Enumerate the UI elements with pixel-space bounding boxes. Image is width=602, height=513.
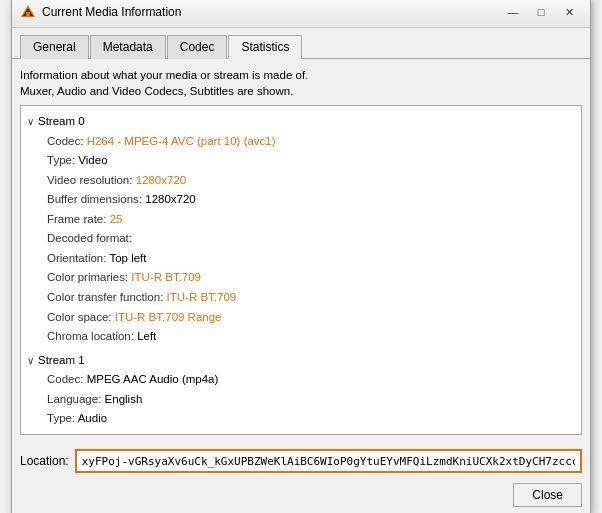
window-close-button[interactable]: ✕ bbox=[556, 2, 582, 22]
stream-0-arrow: ∨ bbox=[27, 113, 34, 130]
stream-box: ∨ Stream 0 Codec: H264 - MPEG-4 AVC (par… bbox=[20, 105, 582, 435]
tab-codec[interactable]: Codec bbox=[167, 35, 228, 59]
description: Information about what your media or str… bbox=[20, 67, 582, 99]
location-input[interactable] bbox=[75, 449, 582, 473]
close-button[interactable]: Close bbox=[513, 483, 582, 507]
stream-0-color-transfer: Color transfer function: ITU-R BT.709 bbox=[47, 288, 575, 308]
title-bar-left: Current Media Information bbox=[20, 4, 181, 20]
stream-0-color-primaries: Color primaries: ITU-R BT.709 bbox=[47, 268, 575, 288]
location-label: Location: bbox=[20, 454, 69, 468]
title-bar: Current Media Information — □ ✕ bbox=[12, 0, 590, 28]
stream-1-type: Type: Audio bbox=[47, 409, 575, 429]
minimize-button[interactable]: — bbox=[500, 2, 526, 22]
tab-statistics[interactable]: Statistics bbox=[228, 35, 302, 59]
stream-0-header: ∨ Stream 0 bbox=[27, 112, 575, 132]
window: Current Media Information — □ ✕ General … bbox=[11, 0, 591, 513]
window-title: Current Media Information bbox=[42, 5, 181, 19]
stream-1-header: ∨ Stream 1 bbox=[27, 351, 575, 371]
stream-1-content: Codec: MPEG AAC Audio (mp4a) Language: E… bbox=[27, 370, 575, 435]
stream-0-decoded: Decoded format: bbox=[47, 229, 575, 249]
stream-1-label: Stream 1 bbox=[38, 351, 85, 371]
stream-1-arrow: ∨ bbox=[27, 352, 34, 369]
stream-0-type: Type: Video bbox=[47, 151, 575, 171]
stream-1-language: Language: English bbox=[47, 390, 575, 410]
maximize-button[interactable]: □ bbox=[528, 2, 554, 22]
stream-1-channels: Channels: Stereo bbox=[47, 429, 575, 435]
stream-0-buffer: Buffer dimensions: 1280x720 bbox=[47, 190, 575, 210]
description-line1: Information about what your media or str… bbox=[20, 67, 582, 83]
vlc-icon bbox=[20, 4, 36, 20]
location-row: Location: bbox=[12, 443, 590, 479]
svg-rect-2 bbox=[26, 12, 30, 16]
stream-1-codec: Codec: MPEG AAC Audio (mp4a) bbox=[47, 370, 575, 390]
stream-0-orientation: Orientation: Top left bbox=[47, 249, 575, 269]
stream-0-content: Codec: H264 - MPEG-4 AVC (part 10) (avc1… bbox=[27, 132, 575, 347]
content-area: Information about what your media or str… bbox=[12, 59, 590, 443]
description-line2: Muxer, Audio and Video Codecs, Subtitles… bbox=[20, 83, 582, 99]
stream-0-codec: Codec: H264 - MPEG-4 AVC (part 10) (avc1… bbox=[47, 132, 575, 152]
title-controls: — □ ✕ bbox=[500, 2, 582, 22]
tabs-bar: General Metadata Codec Statistics bbox=[12, 28, 590, 59]
bottom-bar: Close bbox=[12, 479, 590, 513]
stream-0-label: Stream 0 bbox=[38, 112, 85, 132]
stream-0-color-space: Color space: ITU-R BT.709 Range bbox=[47, 308, 575, 328]
stream-0-resolution: Video resolution: 1280x720 bbox=[47, 171, 575, 191]
tab-metadata[interactable]: Metadata bbox=[90, 35, 166, 59]
stream-0-chroma: Chroma location: Left bbox=[47, 327, 575, 347]
stream-0-framerate: Frame rate: 25 bbox=[47, 210, 575, 230]
tab-general[interactable]: General bbox=[20, 35, 89, 59]
